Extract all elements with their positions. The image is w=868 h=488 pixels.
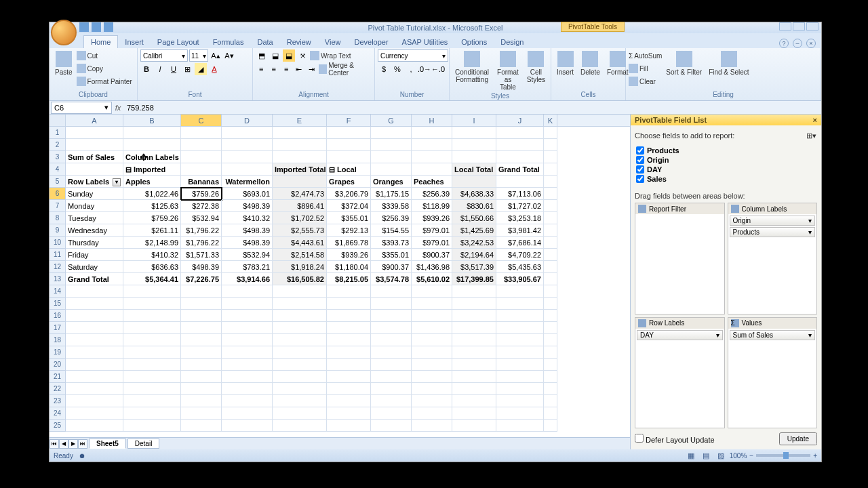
col-header-F[interactable]: F (327, 115, 371, 126)
cell[interactable]: $372.04 (327, 200, 371, 212)
cell[interactable] (273, 371, 327, 383)
area-item-sum of sales[interactable]: Sum of Sales▾ (730, 330, 816, 340)
tab-data[interactable]: Data (250, 36, 279, 48)
col-header-I[interactable]: I (452, 115, 496, 126)
cell[interactable] (181, 371, 222, 383)
cell[interactable] (222, 139, 273, 151)
prev-sheet-button[interactable]: ◀ (59, 439, 68, 449)
cell[interactable]: $4,638.33 (452, 188, 496, 200)
tab-insert[interactable]: Insert (118, 36, 151, 48)
cell[interactable]: $125.63 (123, 200, 181, 212)
tab-view[interactable]: View (318, 36, 348, 48)
cell[interactable] (327, 139, 371, 151)
cell[interactable] (123, 285, 181, 298)
cell[interactable]: $410.32 (222, 212, 273, 224)
format-painter-button[interactable]: Format Painter (77, 75, 132, 87)
cell[interactable]: $4,443.61 (273, 237, 327, 249)
cell[interactable] (273, 420, 327, 432)
cell[interactable] (412, 151, 452, 163)
cell[interactable] (452, 151, 496, 163)
cell[interactable]: Thursday (66, 237, 123, 249)
last-sheet-button[interactable]: ⏭ (78, 439, 87, 449)
cell[interactable]: $1,918.24 (273, 261, 327, 273)
cell[interactable] (66, 285, 123, 298)
row-header-4[interactable]: 4 (50, 163, 66, 176)
cell[interactable]: Oranges (371, 176, 412, 188)
close-pane-icon[interactable]: × (813, 116, 817, 124)
cell[interactable] (544, 334, 557, 346)
cell[interactable]: $783.21 (222, 261, 273, 273)
cell[interactable] (123, 322, 181, 334)
row-header-17[interactable]: 17 (50, 322, 66, 334)
cell[interactable]: $3,574.78 (371, 273, 412, 285)
cell[interactable] (544, 176, 557, 188)
cell[interactable] (544, 395, 557, 407)
cell[interactable] (66, 371, 123, 383)
row-header-15[interactable]: 15 (50, 298, 66, 310)
cell[interactable]: $1,796.22 (181, 224, 222, 237)
cell[interactable] (544, 188, 557, 200)
row-header-10[interactable]: 10 (50, 237, 66, 249)
cell[interactable] (496, 176, 544, 188)
currency-button[interactable]: $ (378, 63, 390, 75)
cell[interactable] (371, 163, 412, 176)
cell[interactable] (222, 407, 273, 420)
cell[interactable] (371, 285, 412, 298)
cell[interactable]: Local Total (452, 163, 496, 176)
cell[interactable] (544, 359, 557, 371)
col-header-E[interactable]: E (273, 115, 327, 126)
cell[interactable] (327, 346, 371, 359)
copy-button[interactable]: Copy (77, 62, 132, 75)
bold-button[interactable]: B (140, 63, 153, 75)
cell[interactable] (452, 383, 496, 395)
cell[interactable]: Tuesday (66, 212, 123, 224)
cell[interactable]: $1,180.04 (327, 261, 371, 273)
decrease-decimal-button[interactable]: ←.0 (432, 63, 444, 75)
cell[interactable]: $33,905.67 (496, 273, 544, 285)
select-all-corner[interactable] (50, 115, 66, 126)
cell[interactable]: $1,796.22 (181, 237, 222, 249)
cell[interactable] (371, 334, 412, 346)
cell[interactable]: $5,364.41 (123, 273, 181, 285)
cell[interactable]: $896.41 (273, 200, 327, 212)
cell[interactable] (181, 285, 222, 298)
cell[interactable] (452, 359, 496, 371)
cell[interactable] (327, 420, 371, 432)
report-filter-area[interactable]: Report Filter (635, 203, 725, 314)
cell[interactable] (222, 151, 273, 163)
cell[interactable] (412, 163, 452, 176)
cell[interactable] (544, 420, 557, 432)
cell[interactable]: $759.26 (123, 212, 181, 224)
number-format-select[interactable]: Currency▾ (378, 49, 448, 62)
col-header-D[interactable]: D (222, 115, 273, 126)
row-header-21[interactable]: 21 (50, 371, 66, 383)
cell[interactable] (452, 176, 496, 188)
page-layout-view-button[interactable]: ▤ (700, 449, 712, 462)
cell[interactable] (181, 310, 222, 322)
cell[interactable]: Monday (66, 200, 123, 212)
col-header-C[interactable]: C (181, 115, 222, 126)
cell[interactable] (452, 285, 496, 298)
help-icon[interactable]: ? (779, 39, 789, 48)
cell[interactable] (273, 298, 327, 310)
grow-font-button[interactable]: A▴ (210, 49, 222, 62)
sheet-tab-detail[interactable]: Detail (127, 439, 160, 449)
formula-input[interactable]: 759.258 (124, 104, 821, 112)
col-header-G[interactable]: G (371, 115, 412, 126)
quick-access-toolbar[interactable] (79, 22, 113, 32)
cell[interactable] (452, 407, 496, 420)
autosum-button[interactable]: Σ AutoSum (629, 49, 662, 62)
cell[interactable]: $2,555.73 (273, 224, 327, 237)
cell[interactable] (371, 151, 412, 163)
update-button[interactable]: Update (779, 432, 817, 445)
zoom-level[interactable]: 100% (730, 452, 747, 460)
name-box[interactable]: C6▾ (51, 102, 112, 114)
border-button[interactable]: ⊞ (181, 63, 193, 75)
column-labels-area[interactable]: Column Labels Origin▾Products▾ (728, 203, 818, 314)
cell[interactable] (544, 249, 557, 261)
cell[interactable] (222, 395, 273, 407)
cell[interactable] (222, 298, 273, 310)
cell[interactable] (412, 139, 452, 151)
cell[interactable] (496, 359, 544, 371)
cell[interactable] (496, 310, 544, 322)
